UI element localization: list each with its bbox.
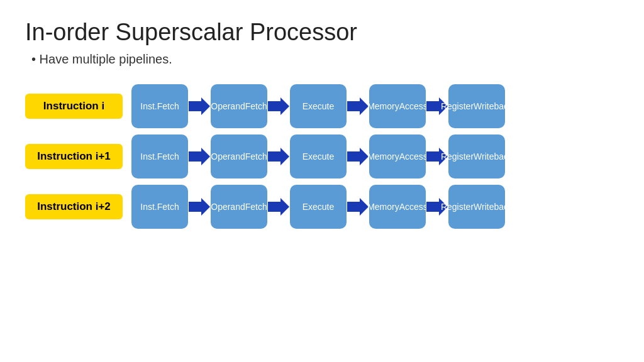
stage-2-4: RegisterWriteback (448, 185, 505, 229)
svg-marker-0 (189, 97, 210, 115)
svg-marker-5 (268, 148, 289, 165)
arrow-1-2 (267, 148, 290, 165)
pipeline-row: Instruction i+1Inst.Fetch OperandFetch E… (25, 134, 619, 178)
svg-marker-10 (347, 198, 369, 216)
instruction-label-0: Instruction i (25, 94, 123, 119)
pipeline-row: Instruction i+2Inst.Fetch OperandFetch E… (25, 185, 619, 229)
pipeline-area: Instruction iInst.Fetch OperandFetch Exe… (25, 84, 619, 229)
stage-1-0: Inst.Fetch (131, 134, 188, 178)
instruction-label-1: Instruction i+1 (25, 144, 123, 169)
arrow-2-1 (188, 198, 211, 216)
stage-2-0: Inst.Fetch (131, 185, 188, 229)
stage-0-2: Execute (290, 84, 347, 128)
stage-0-0: Inst.Fetch (131, 84, 188, 128)
arrow-0-1 (188, 97, 211, 115)
slide-title: In-order Superscalar Processor (25, 19, 619, 46)
arrow-2-3 (347, 198, 369, 216)
svg-marker-8 (189, 198, 210, 216)
bullet-dot: • (31, 52, 40, 66)
stage-2-2: Execute (290, 185, 347, 229)
stage-1-4: RegisterWriteback (448, 134, 505, 178)
pipeline-row: Instruction iInst.Fetch OperandFetch Exe… (25, 84, 619, 128)
svg-marker-9 (268, 198, 289, 216)
arrow-0-2 (267, 97, 290, 115)
stage-2-1: OperandFetch (211, 185, 267, 229)
svg-marker-1 (268, 97, 289, 115)
arrow-1-1 (188, 148, 211, 165)
stage-0-1: OperandFetch (211, 84, 267, 128)
instruction-label-2: Instruction i+2 (25, 194, 123, 219)
stage-1-1: OperandFetch (211, 134, 267, 178)
arrow-2-2 (267, 198, 290, 216)
stage-0-4: RegisterWriteback (448, 84, 505, 128)
slide: In-order Superscalar Processor • Have mu… (0, 0, 644, 362)
stage-1-2: Execute (290, 134, 347, 178)
bullet-point: • Have multiple pipelines. (31, 52, 619, 67)
stage-2-3: MemoryAccess (369, 185, 426, 229)
stage-1-3: MemoryAccess (369, 134, 426, 178)
svg-marker-4 (189, 148, 210, 165)
arrow-1-3 (347, 148, 369, 165)
arrow-0-3 (347, 97, 369, 115)
svg-marker-6 (347, 148, 369, 165)
stage-0-3: MemoryAccess (369, 84, 426, 128)
svg-marker-2 (347, 97, 369, 115)
